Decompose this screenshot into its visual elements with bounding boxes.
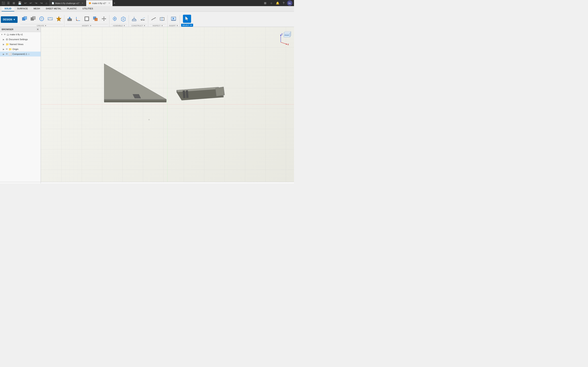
section-analysis-btn[interactable]: [158, 15, 166, 23]
bottom-toolbar: ▼ ▼ ▼ ▼ ▼: [41, 182, 294, 184]
press-pull-btn[interactable]: [66, 15, 74, 23]
svg-rect-4: [33, 17, 35, 19]
insert-label[interactable]: INSERT ▼: [169, 24, 178, 27]
construct-label[interactable]: CONSTRUCT ▼: [130, 24, 147, 27]
view-mode-btn[interactable]: [172, 183, 177, 184]
user-avatar[interactable]: LL: [287, 0, 292, 6]
zoom-in-btn[interactable]: [166, 183, 171, 184]
move-btn[interactable]: [100, 15, 108, 23]
pan-btn[interactable]: [150, 183, 155, 184]
modify-label[interactable]: MODIFY ▼: [66, 24, 108, 27]
view-cube[interactable]: Z X FRONT: [276, 29, 292, 45]
view-dropdown[interactable]: ▼: [178, 183, 181, 184]
undo-button[interactable]: ↩: [24, 1, 27, 5]
insert-mesh-btn[interactable]: [169, 15, 178, 23]
zoom-dropdown[interactable]: ▼: [162, 183, 165, 184]
tree-origin[interactable]: ▶ 👁 📁 Origin: [0, 47, 41, 52]
bell-icon-btn[interactable]: 🔔: [275, 1, 280, 5]
construct-axis-btn[interactable]: [139, 15, 147, 23]
zoom-out-btn[interactable]: [156, 183, 162, 184]
tab-2[interactable]: 🔶 make it fly v1* ✕: [86, 0, 112, 6]
sketch-btn[interactable]: [38, 15, 46, 23]
browser-collapse-btn[interactable]: ✕: [36, 28, 39, 31]
box-btn[interactable]: [29, 15, 37, 23]
wing-side-face: [104, 99, 166, 102]
3d-objects: [41, 27, 294, 182]
comp-eye[interactable]: 👁: [6, 53, 8, 55]
more-dropdown[interactable]: ▼: [198, 183, 201, 184]
menu-button[interactable]: ☰: [6, 1, 11, 5]
construct-plane-btn[interactable]: [130, 15, 138, 23]
origin-eye[interactable]: 👁: [6, 48, 8, 50]
plane-create-btn[interactable]: [46, 15, 54, 23]
tree-named-views[interactable]: ▶ 📁 Named Views: [0, 42, 41, 47]
display-btn[interactable]: [182, 183, 187, 184]
home-button[interactable]: ⌂: [45, 1, 48, 5]
redo2-button[interactable]: ↪: [39, 1, 43, 5]
viewport[interactable]: Z X FRONT: [41, 27, 294, 182]
tab-plastic[interactable]: PLASTIC: [64, 6, 80, 11]
save-button[interactable]: 💾: [17, 1, 22, 5]
snap-dropdown[interactable]: ▼: [140, 183, 143, 184]
tab-utilities[interactable]: UTILITIES: [80, 6, 96, 11]
tab-2-close[interactable]: ✕: [108, 2, 110, 4]
new-button[interactable]: ⊞: [12, 1, 16, 5]
select-btn[interactable]: [183, 15, 191, 23]
tab-1-close[interactable]: ✕: [82, 2, 83, 4]
new-tab-button[interactable]: +: [113, 0, 116, 6]
root-arrow: ▼: [1, 33, 4, 36]
joint-btn[interactable]: [111, 15, 119, 23]
special-btn[interactable]: [55, 15, 63, 23]
measure-btn[interactable]: ←→: [149, 15, 158, 23]
tab-solid[interactable]: SOLID: [2, 6, 14, 11]
fuselage-side: [177, 90, 182, 100]
dropdown-arrow: ▼: [13, 18, 16, 21]
assemble-label[interactable]: ASSEMBLE ▼: [111, 24, 127, 27]
svg-marker-9: [48, 17, 52, 20]
create-group: CREATE ▼: [19, 15, 64, 27]
tab-sheetmetal[interactable]: SHEET METAL: [43, 6, 64, 11]
assemble-text: ASSEMBLE: [113, 25, 123, 27]
create-label[interactable]: CREATE ▼: [20, 24, 63, 27]
svg-rect-1: [24, 17, 27, 19]
tree-component1[interactable]: ▶ 👁 ⬜ Component1:1 ⊙: [0, 52, 41, 57]
sketch-icon: [39, 16, 44, 22]
root-icon: 🗂: [7, 33, 9, 36]
design-dropdown[interactable]: DESIGN ▼: [1, 16, 17, 23]
wing-bottom: [104, 100, 166, 102]
svg-rect-35: [141, 20, 145, 20]
svg-line-38: [141, 17, 145, 20]
combine-btn[interactable]: [91, 15, 99, 23]
tab-mesh[interactable]: MESH: [31, 6, 43, 11]
fillet-btn[interactable]: [74, 15, 82, 23]
fillet-icon: [75, 16, 81, 22]
tree-doc-settings[interactable]: ▶ ⚙ Document Settings: [0, 37, 41, 42]
help-icon-btn[interactable]: ?: [281, 1, 286, 5]
tab-surface[interactable]: SURFACE: [14, 6, 31, 11]
svg-rect-11: [68, 19, 72, 21]
undo2-button[interactable]: ↩: [29, 1, 33, 5]
select-arrow: ▼: [190, 24, 192, 26]
select-label[interactable]: SELECT ▼: [181, 24, 193, 27]
camera-btn[interactable]: [144, 183, 149, 184]
new-component-icon: [22, 16, 27, 22]
more-options-btn[interactable]: [192, 183, 197, 184]
shell-btn[interactable]: [83, 15, 91, 23]
circle-icon-btn[interactable]: ○: [269, 1, 274, 5]
grid-icon-btn[interactable]: ⊞: [263, 1, 268, 5]
assemble2-btn[interactable]: [119, 15, 127, 23]
origin-arrow: ▶: [3, 48, 6, 50]
ribbon-content: DESIGN ▼: [0, 12, 294, 27]
new-component-btn[interactable]: [20, 15, 29, 23]
modify-text: MODIFY: [82, 25, 89, 27]
special-icon: [56, 16, 62, 22]
inspect-label[interactable]: INSPECT ▼: [149, 24, 166, 27]
tab-1[interactable]: 📄 Make it fly challenge v1* ✕: [49, 0, 86, 6]
svg-text:FRONT: FRONT: [285, 34, 290, 36]
svg-marker-71: [152, 184, 153, 184]
tree-root[interactable]: ▼ 👁 🗂 make it fly v1: [0, 32, 41, 37]
display-dropdown[interactable]: ▼: [188, 183, 191, 184]
snap-btn[interactable]: [134, 183, 139, 184]
root-eye[interactable]: 👁: [4, 33, 6, 36]
redo-button[interactable]: ↪: [34, 1, 38, 5]
